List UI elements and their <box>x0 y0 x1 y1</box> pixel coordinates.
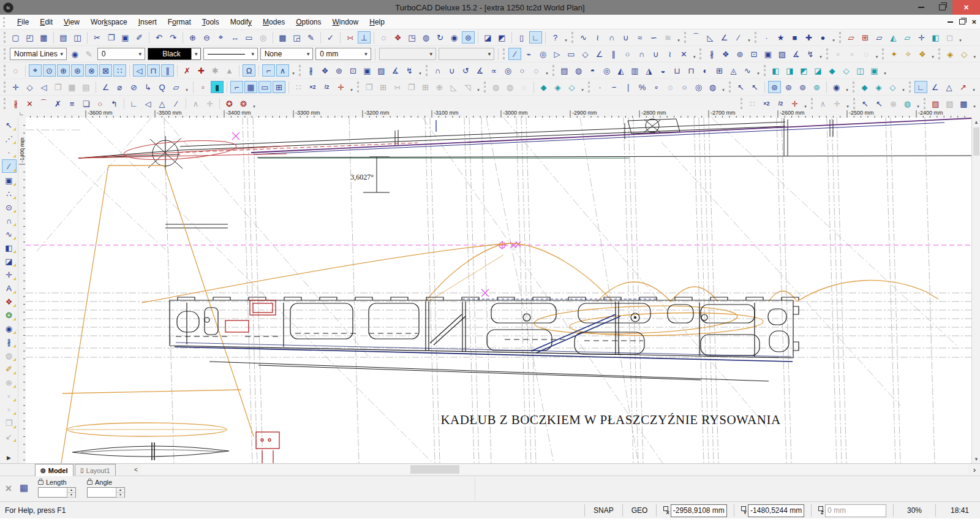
group-edit-icon[interactable]: ▫ <box>846 48 859 60</box>
zoom-extents-icon[interactable]: ↔ <box>228 31 241 44</box>
workplane-move-icon[interactable]: ✛ <box>915 31 928 44</box>
layer-copy-icon[interactable]: ❐ <box>2 417 16 429</box>
dim-diameter-icon[interactable]: ⊘ <box>127 81 140 93</box>
toolbar-overflow-icon[interactable]: ▾ <box>900 80 907 94</box>
pattern-combo[interactable]: None▼ <box>260 48 314 60</box>
toolbar-grip[interactable] <box>853 82 854 93</box>
toolbar-overflow-icon[interactable]: ▾ <box>971 97 978 110</box>
toolbar-overflow-icon[interactable]: ▾ <box>720 80 727 94</box>
insert-picture-icon[interactable]: ▩ <box>276 31 289 44</box>
snap-circle-tool-icon[interactable]: ❂ <box>2 309 16 321</box>
menu-format[interactable]: Format <box>162 16 197 28</box>
draw-arc-3p-icon[interactable]: ∪ <box>649 48 662 60</box>
walk-camera-icon[interactable]: ◉ <box>448 31 461 44</box>
mark-ring-icon[interactable]: ◌ <box>664 81 677 93</box>
vertical-scrollbar[interactable]: ▲ ▼ <box>971 118 980 463</box>
coord-user-icon[interactable]: ∠ <box>929 81 941 93</box>
workplane-facet-icon[interactable]: ▱ <box>901 31 914 44</box>
zoom-dynamic-icon[interactable]: ⌖ <box>214 31 227 44</box>
workplane-world-icon[interactable]: ◻ <box>943 31 956 44</box>
mark-target-icon[interactable]: ◎ <box>692 81 705 93</box>
mdi-close-button[interactable]: × <box>971 19 976 25</box>
geo-status[interactable]: GEO <box>627 506 653 515</box>
draw-circle-cp-icon[interactable]: ◎ <box>537 48 549 60</box>
hatch-mosaic-icon[interactable]: ⊡ <box>347 64 360 77</box>
ruler-origin-button[interactable]: ∟ <box>17 109 26 118</box>
coord-world-icon[interactable]: ∟ <box>914 81 927 93</box>
tab-scroll-left-button[interactable]: < <box>131 465 141 474</box>
toolbar-overflow-icon[interactable]: ▾ <box>251 97 258 110</box>
material-brush-icon[interactable]: ❖ <box>391 31 404 44</box>
horizontal-scroll-thumb[interactable] <box>410 465 459 474</box>
bool-subtract-icon[interactable]: ◍ <box>503 81 516 93</box>
radial-pattern-icon[interactable]: ⊚ <box>733 48 746 60</box>
zoom-window-icon[interactable]: ▭ <box>243 31 255 44</box>
compass-rose-icon[interactable]: ❂ <box>237 97 250 110</box>
ruler-toggle-icon[interactable]: ⌐ <box>230 81 243 93</box>
solid-slice-icon[interactable]: ◇ <box>565 81 578 93</box>
chevron-down-icon[interactable]: ▼ <box>362 51 371 57</box>
arc-center-rad-icon[interactable]: ∩ <box>431 64 444 77</box>
workplane-origin-icon[interactable]: ⊞ <box>859 31 872 44</box>
mode-draft-render-icon[interactable]: ⊚ <box>796 81 809 93</box>
workplane-view-icon[interactable]: ◧ <box>929 31 942 44</box>
toolbar-grip[interactable] <box>571 32 573 43</box>
cross-trim-tool-icon[interactable]: ∦ <box>2 336 16 348</box>
render-object-icon[interactable]: ◍ <box>420 31 432 44</box>
array-linear-icon[interactable]: ▤ <box>80 81 92 93</box>
restore-button[interactable] <box>932 0 952 15</box>
lock-layer-icon[interactable]: ◇ <box>958 48 971 60</box>
toolbar-grip[interactable] <box>4 65 6 76</box>
chevron-down-icon[interactable]: ▼ <box>485 51 494 57</box>
mode-wireframe-icon[interactable]: ⊚ <box>768 81 781 93</box>
dim-angle-icon[interactable]: ∠ <box>99 81 112 93</box>
style_name-combo[interactable]: Normal Lines▼ <box>10 48 67 60</box>
mark-disc-icon[interactable]: ◍ <box>706 81 719 93</box>
minimize-button[interactable] <box>911 0 932 15</box>
snap-perpendicular-icon[interactable]: ⊓ <box>147 64 160 77</box>
zoom-previous-icon[interactable]: ◎ <box>257 31 270 44</box>
toolbar-overflow-icon[interactable]: ▾ <box>755 64 762 77</box>
point-star-icon[interactable]: ★ <box>774 31 787 44</box>
torus-3d-icon[interactable]: ◎ <box>600 64 613 77</box>
facet-half-icon[interactable]: ◫ <box>854 64 867 77</box>
print-icon[interactable]: ▤ <box>57 31 70 44</box>
snap-tangent-icon[interactable]: ◁ <box>133 64 146 77</box>
x-coordinate-input[interactable]: -2958,9108 mm <box>671 504 727 517</box>
toolbar-grip[interactable] <box>4 32 6 43</box>
dome-3d-icon[interactable]: ◒ <box>657 64 669 77</box>
t-meet-icon[interactable]: ✗ <box>51 97 64 110</box>
toolbar-overflow-icon[interactable]: ▾ <box>562 31 570 44</box>
snap-mouse-icon[interactable]: ◌ <box>9 64 22 77</box>
snap-vertex-icon[interactable]: ⊙ <box>43 64 56 77</box>
inspector-table-icon[interactable]: ▦ <box>20 482 28 493</box>
redline-icon[interactable]: ✎ <box>304 31 317 44</box>
assemble-flip-icon[interactable]: ◁ <box>37 81 50 93</box>
toolbar-grip[interactable] <box>729 82 731 93</box>
spelling-icon[interactable]: ✓ <box>324 31 337 44</box>
world-globe-icon[interactable]: ◍ <box>901 97 914 110</box>
draw-arc-icon[interactable]: ∩ <box>635 48 648 60</box>
facet-box-icon[interactable]: ◧ <box>769 64 782 77</box>
zoom-in-icon[interactable]: ⊕ <box>186 31 199 44</box>
elliptical-arc-icon[interactable]: ◌ <box>530 64 543 77</box>
facet-fill-icon[interactable]: ▣ <box>868 64 881 77</box>
arc-tool-icon[interactable]: ∩ <box>2 214 16 227</box>
empty1-combo[interactable]: ▼ <box>379 48 436 60</box>
toolbar-overflow-icon[interactable]: ▾ <box>873 47 880 61</box>
left-toolbar-expand-icon[interactable]: ▶ <box>7 455 11 461</box>
menu-modes[interactable]: Modes <box>257 16 290 28</box>
facet-edit-icon[interactable]: ◪ <box>812 64 824 77</box>
curve-arc-icon[interactable]: ∩ <box>605 31 618 44</box>
point-dot-icon[interactable]: · <box>760 31 773 44</box>
toolbar-overflow-icon[interactable]: ▾ <box>957 31 964 44</box>
hatch-radial-icon[interactable]: ⊚ <box>333 64 345 77</box>
print-preview-icon[interactable]: ◫ <box>71 31 84 44</box>
text-tool-icon[interactable]: A <box>2 282 16 294</box>
cut-icon[interactable]: ✂ <box>91 31 104 44</box>
gray-arrow-icon[interactable]: ↙ <box>2 430 16 442</box>
clear-guides-icon[interactable]: ∺ <box>344 31 356 44</box>
solid-fill-icon[interactable]: ▣ <box>761 48 774 60</box>
draw-curve-icon[interactable]: ≀ <box>663 48 676 60</box>
shrink-extend-icon[interactable]: ≡ <box>66 97 78 110</box>
